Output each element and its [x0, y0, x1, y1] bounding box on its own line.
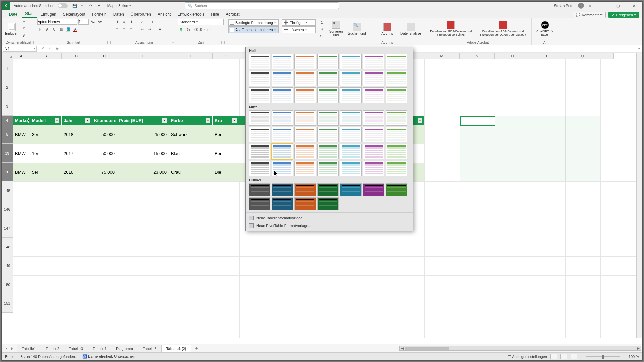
fill-color-button[interactable]: 🪣	[65, 26, 71, 32]
font-size-input[interactable]	[78, 19, 89, 25]
table-style-swatch[interactable]	[386, 183, 407, 196]
row-header[interactable]: 4	[2, 116, 13, 125]
table-style-swatch[interactable]	[317, 197, 339, 210]
row-header[interactable]: 1	[2, 59, 13, 78]
table-style-swatch[interactable]	[363, 183, 384, 196]
zoom-level[interactable]: 100 %	[629, 355, 639, 359]
sheet-tab[interactable]: Tabelle1 (2)	[161, 345, 192, 352]
table-style-swatch[interactable]	[294, 161, 316, 176]
table-cell[interactable]: Schwarz	[169, 125, 213, 144]
column-header[interactable]	[600, 53, 614, 59]
row-header[interactable]: 147	[2, 219, 13, 238]
tab-acrobat[interactable]: Acrobat	[222, 11, 243, 18]
align-left-icon[interactable]: ≡	[114, 26, 120, 32]
autosave-toggle[interactable]: Automatisches Speichern	[14, 3, 68, 8]
table-style-swatch[interactable]	[249, 161, 270, 176]
table-style-swatch[interactable]	[363, 54, 384, 69]
italic-button[interactable]: K	[44, 26, 50, 32]
maximize-button[interactable]: ▢	[612, 2, 624, 10]
table-cell[interactable]: 2016	[62, 163, 92, 181]
table-header[interactable]: Jahr▾	[62, 116, 92, 125]
table-style-swatch[interactable]	[317, 71, 339, 86]
table-style-swatch[interactable]	[317, 110, 339, 126]
sheet-tab[interactable]: Diagramm	[111, 345, 138, 352]
data-analysis-button[interactable]: Datenanalyse	[399, 19, 422, 39]
format-painter-icon[interactable]: 🖌	[21, 32, 27, 38]
align-top-icon[interactable]: ⬆	[114, 19, 120, 25]
dialog-launcher-icon[interactable]: ↘	[171, 41, 174, 44]
table-style-swatch[interactable]	[272, 110, 293, 126]
table-style-swatch[interactable]	[294, 71, 316, 86]
sheet-tab[interactable]: Tabelle1	[17, 345, 41, 352]
merge-icon[interactable]: ⬌	[157, 26, 163, 32]
toggle-switch-icon[interactable]	[58, 3, 68, 8]
table-style-swatch[interactable]	[272, 183, 293, 196]
undo-icon[interactable]: ↶	[80, 3, 85, 8]
column-header[interactable]: B	[30, 53, 62, 59]
table-style-swatch[interactable]	[272, 54, 293, 69]
table-style-swatch[interactable]	[363, 87, 384, 103]
table-style-swatch[interactable]	[249, 110, 270, 126]
scroll-thumb[interactable]	[405, 347, 449, 350]
table-style-swatch[interactable]	[317, 87, 339, 103]
filter-icon[interactable]: ▾	[418, 118, 422, 123]
new-table-style-item[interactable]: Neue Tabellenformatvorlage...	[246, 214, 413, 222]
table-style-swatch[interactable]	[272, 144, 293, 159]
table-style-swatch[interactable]	[272, 87, 293, 103]
filter-icon[interactable]: ▾	[85, 118, 90, 123]
align-center-icon[interactable]: ≡	[121, 26, 127, 32]
column-header[interactable]: M	[424, 53, 460, 59]
table-header[interactable]: Marke▾	[13, 116, 30, 125]
table-style-swatch[interactable]	[317, 54, 339, 69]
vertical-scrollbar[interactable]	[636, 53, 642, 338]
conditional-formatting-button[interactable]: Bedingte Formatierung ▾	[228, 19, 279, 26]
tab-home[interactable]: Start	[22, 10, 37, 18]
scroll-right-icon[interactable]: ▶	[636, 347, 641, 350]
table-style-swatch[interactable]	[249, 197, 270, 210]
minimize-button[interactable]: —	[596, 2, 607, 10]
chevron-down-icon[interactable]: ▾	[129, 4, 131, 7]
sheet-tab[interactable]: Tabelle3	[64, 345, 88, 352]
table-cell[interactable]: 15.000	[117, 144, 169, 163]
align-middle-icon[interactable]: ≡	[121, 19, 127, 25]
table-cell[interactable]: Die	[213, 163, 239, 181]
share-button[interactable]: ↗ Freigeben ▾	[608, 12, 639, 18]
table-style-swatch[interactable]	[249, 54, 270, 69]
delete-cells-button[interactable]: ➖ Löschen ▾	[282, 26, 316, 33]
tab-file[interactable]: Datei	[6, 11, 22, 18]
copy-icon[interactable]: ⧉	[21, 25, 27, 32]
table-style-swatch[interactable]	[249, 87, 270, 103]
tab-view[interactable]: Ansicht	[154, 11, 174, 18]
row-header[interactable]: 150	[2, 275, 13, 294]
column-header[interactable]: C	[62, 53, 92, 59]
column-header[interactable]: E	[117, 53, 169, 59]
filter-icon[interactable]: ▾	[162, 118, 167, 123]
table-style-swatch[interactable]	[340, 127, 362, 142]
close-button[interactable]: ✕	[628, 2, 640, 10]
column-header[interactable]: P	[530, 53, 565, 59]
row-header[interactable]: 151	[2, 294, 13, 313]
orientation-icon[interactable]: ⤢	[139, 19, 145, 25]
column-header[interactable]: A	[13, 53, 30, 59]
table-style-swatch[interactable]	[340, 183, 362, 196]
autosum-icon[interactable]: Σ	[319, 19, 325, 25]
row-header[interactable]: 145	[2, 181, 13, 200]
table-style-swatch[interactable]	[249, 183, 270, 196]
sheet-nav-first-icon[interactable]: ⏴	[4, 346, 9, 351]
sheet-tab[interactable]: Tabelle6	[138, 345, 162, 352]
table-style-swatch[interactable]	[294, 54, 316, 69]
table-style-swatch[interactable]	[249, 127, 270, 142]
table-style-swatch[interactable]	[386, 71, 407, 86]
column-header[interactable]: Q	[565, 53, 600, 59]
table-style-swatch[interactable]	[272, 161, 293, 176]
table-cell[interactable]: Grau	[169, 163, 213, 181]
table-style-swatch[interactable]	[386, 144, 407, 159]
comments-button[interactable]: 💬 Kommentare	[573, 12, 606, 18]
tab-data[interactable]: Daten	[110, 11, 127, 18]
table-header[interactable]: Farbe▾	[169, 116, 213, 125]
clear-icon[interactable]: ⌫	[319, 33, 325, 39]
table-style-swatch[interactable]	[340, 87, 362, 103]
new-pivot-style-item[interactable]: Neue PivotTable-Formatvorlage...	[246, 222, 413, 229]
table-cell[interactable]: 3er	[30, 125, 62, 144]
underline-button[interactable]: U	[51, 26, 57, 32]
